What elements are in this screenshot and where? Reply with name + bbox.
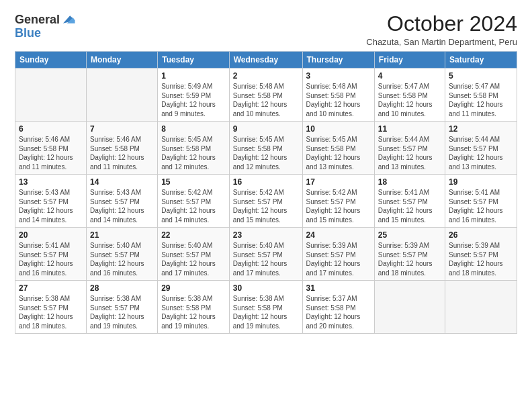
calendar-week-2: 13 Sunrise: 5:43 AMSunset: 5:57 PMDaylig… [15,175,517,228]
calendar-cell: 7 Sunrise: 5:46 AMSunset: 5:58 PMDayligh… [86,122,157,175]
calendar-cell: 21 Sunrise: 5:40 AMSunset: 5:57 PMDaylig… [86,228,157,281]
day-info: Sunrise: 5:39 AMSunset: 5:57 PMDaylight:… [449,242,503,277]
day-info: Sunrise: 5:45 AMSunset: 5:58 PMDaylight:… [161,136,216,171]
day-info: Sunrise: 5:40 AMSunset: 5:57 PMDaylight:… [161,242,216,277]
day-number: 5 [449,71,513,81]
calendar-cell: 8 Sunrise: 5:45 AMSunset: 5:58 PMDayligh… [158,122,230,175]
col-header-monday: Monday [86,52,157,68]
day-number: 16 [233,177,299,187]
calendar-cell: 2 Sunrise: 5:48 AMSunset: 5:58 PMDayligh… [229,68,302,122]
calendar-cell: 9 Sunrise: 5:45 AMSunset: 5:58 PMDayligh… [229,122,302,175]
calendar-cell: 12 Sunrise: 5:44 AMSunset: 5:57 PMDaylig… [445,122,517,175]
day-info: Sunrise: 5:38 AMSunset: 5:58 PMDaylight:… [233,295,287,330]
logo-blue-text: Blue [15,27,41,39]
day-number: 11 [378,124,441,134]
logo: General Blue [15,12,76,39]
calendar-cell: 13 Sunrise: 5:43 AMSunset: 5:57 PMDaylig… [15,175,87,228]
calendar-cell: 20 Sunrise: 5:41 AMSunset: 5:57 PMDaylig… [15,228,87,281]
day-number: 17 [306,177,371,187]
day-info: Sunrise: 5:39 AMSunset: 5:57 PMDaylight:… [306,242,361,277]
calendar-cell: 6 Sunrise: 5:46 AMSunset: 5:58 PMDayligh… [15,122,87,175]
calendar-cell: 24 Sunrise: 5:39 AMSunset: 5:57 PMDaylig… [302,228,374,281]
day-number: 3 [306,71,371,81]
col-header-sunday: Sunday [15,52,87,68]
day-info: Sunrise: 5:48 AMSunset: 5:58 PMDaylight:… [233,83,287,118]
day-number: 30 [233,283,299,293]
col-header-thursday: Thursday [302,52,374,68]
header: General Blue October 2024 Chazuta, San M… [15,12,517,47]
day-number: 6 [19,124,83,134]
day-number: 20 [19,230,83,240]
day-number: 24 [306,230,371,240]
calendar-cell [86,68,157,122]
col-header-tuesday: Tuesday [158,52,230,68]
calendar-cell [445,281,517,334]
col-header-friday: Friday [374,52,445,68]
day-info: Sunrise: 5:47 AMSunset: 5:58 PMDaylight:… [449,83,503,118]
day-info: Sunrise: 5:41 AMSunset: 5:57 PMDaylight:… [449,189,503,224]
day-number: 23 [233,230,299,240]
calendar-cell: 22 Sunrise: 5:40 AMSunset: 5:57 PMDaylig… [158,228,230,281]
day-info: Sunrise: 5:46 AMSunset: 5:58 PMDaylight:… [90,136,144,171]
day-info: Sunrise: 5:49 AMSunset: 5:59 PMDaylight:… [161,83,216,118]
day-info: Sunrise: 5:40 AMSunset: 5:57 PMDaylight:… [90,242,144,277]
day-number: 10 [306,124,371,134]
calendar-table: SundayMondayTuesdayWednesdayThursdayFrid… [15,51,517,334]
logo-icon [61,12,76,27]
day-number: 2 [233,71,299,81]
calendar-cell: 19 Sunrise: 5:41 AMSunset: 5:57 PMDaylig… [445,175,517,228]
calendar-cell: 18 Sunrise: 5:41 AMSunset: 5:57 PMDaylig… [374,175,445,228]
calendar-cell: 11 Sunrise: 5:44 AMSunset: 5:57 PMDaylig… [374,122,445,175]
day-number: 28 [90,283,154,293]
day-info: Sunrise: 5:45 AMSunset: 5:58 PMDaylight:… [306,136,361,171]
day-number: 22 [161,230,226,240]
calendar-cell: 4 Sunrise: 5:47 AMSunset: 5:58 PMDayligh… [374,68,445,122]
day-number: 9 [233,124,299,134]
calendar-week-4: 27 Sunrise: 5:38 AMSunset: 5:57 PMDaylig… [15,281,517,334]
calendar-week-0: 1 Sunrise: 5:49 AMSunset: 5:59 PMDayligh… [15,68,517,122]
day-info: Sunrise: 5:38 AMSunset: 5:57 PMDaylight:… [90,295,144,330]
day-info: Sunrise: 5:38 AMSunset: 5:58 PMDaylight:… [161,295,216,330]
calendar-cell: 30 Sunrise: 5:38 AMSunset: 5:58 PMDaylig… [229,281,302,334]
day-info: Sunrise: 5:38 AMSunset: 5:57 PMDaylight:… [19,295,73,330]
col-header-saturday: Saturday [445,52,517,68]
day-number: 26 [449,230,513,240]
calendar-header-row: SundayMondayTuesdayWednesdayThursdayFrid… [15,52,517,68]
calendar-cell: 5 Sunrise: 5:47 AMSunset: 5:58 PMDayligh… [445,68,517,122]
calendar-cell: 3 Sunrise: 5:48 AMSunset: 5:58 PMDayligh… [302,68,374,122]
day-number: 15 [161,177,226,187]
day-number: 4 [378,71,441,81]
day-number: 21 [90,230,154,240]
calendar-week-1: 6 Sunrise: 5:46 AMSunset: 5:58 PMDayligh… [15,122,517,175]
logo-general-text: General [15,13,60,26]
calendar-cell: 31 Sunrise: 5:37 AMSunset: 5:58 PMDaylig… [302,281,374,334]
day-info: Sunrise: 5:43 AMSunset: 5:57 PMDaylight:… [90,189,144,224]
calendar-cell: 27 Sunrise: 5:38 AMSunset: 5:57 PMDaylig… [15,281,87,334]
location-subtitle: Chazuta, San Martin Department, Peru [366,37,517,47]
day-info: Sunrise: 5:43 AMSunset: 5:57 PMDaylight:… [19,189,73,224]
calendar-cell: 1 Sunrise: 5:49 AMSunset: 5:59 PMDayligh… [158,68,230,122]
calendar-cell: 16 Sunrise: 5:42 AMSunset: 5:57 PMDaylig… [229,175,302,228]
day-number: 19 [449,177,513,187]
day-info: Sunrise: 5:40 AMSunset: 5:57 PMDaylight:… [233,242,287,277]
day-info: Sunrise: 5:41 AMSunset: 5:57 PMDaylight:… [19,242,73,277]
day-info: Sunrise: 5:37 AMSunset: 5:58 PMDaylight:… [306,295,361,330]
day-number: 7 [90,124,154,134]
day-number: 18 [378,177,441,187]
calendar-cell [15,68,87,122]
day-number: 1 [161,71,226,81]
title-block: October 2024 Chazuta, San Martin Departm… [366,12,517,47]
day-number: 8 [161,124,226,134]
day-number: 31 [306,283,371,293]
page: General Blue October 2024 Chazuta, San M… [0,0,532,342]
calendar-cell: 14 Sunrise: 5:43 AMSunset: 5:57 PMDaylig… [86,175,157,228]
day-info: Sunrise: 5:44 AMSunset: 5:57 PMDaylight:… [449,136,503,171]
calendar-cell [374,281,445,334]
calendar-cell: 25 Sunrise: 5:39 AMSunset: 5:57 PMDaylig… [374,228,445,281]
day-info: Sunrise: 5:41 AMSunset: 5:57 PMDaylight:… [378,189,433,224]
day-info: Sunrise: 5:46 AMSunset: 5:58 PMDaylight:… [19,136,73,171]
col-header-wednesday: Wednesday [229,52,302,68]
calendar-cell: 17 Sunrise: 5:42 AMSunset: 5:57 PMDaylig… [302,175,374,228]
calendar-week-3: 20 Sunrise: 5:41 AMSunset: 5:57 PMDaylig… [15,228,517,281]
day-info: Sunrise: 5:39 AMSunset: 5:57 PMDaylight:… [378,242,433,277]
